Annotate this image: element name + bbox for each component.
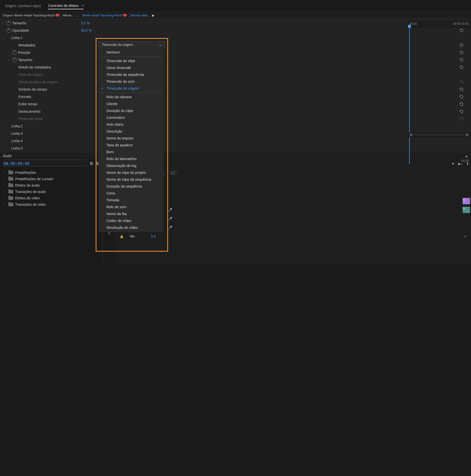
panel-menu-icon[interactable]: ≡ <box>82 4 84 8</box>
dropdown-item[interactable]: Rolo diário <box>99 121 164 128</box>
separator <box>99 56 164 57</box>
reset-icon[interactable] <box>459 109 464 113</box>
reset-icon[interactable] <box>459 95 464 99</box>
disclosure-icon[interactable]: › <box>2 125 6 128</box>
dropdown-item[interactable]: Cena <box>99 190 164 197</box>
track-v2[interactable]: 🔒 V2 ▭ 👁 <box>115 188 471 197</box>
metadados-dropdown[interactable]: Timecode da origem ⌄ <box>99 41 165 48</box>
stopwatch-icon[interactable] <box>12 50 17 55</box>
dropdown-item[interactable]: Taxa de quadros <box>99 142 164 149</box>
dropdown-item[interactable]: Rolo de som <box>99 204 164 210</box>
tab-effect-controls[interactable]: Controles de efeitos ≡ <box>48 2 84 9</box>
current-timecode[interactable]: 00:00:00:00 <box>0 159 33 168</box>
track-a2[interactable]: 🔒 A2 ▭ M S 🎤 <box>115 214 471 223</box>
reset-icon[interactable] <box>459 58 464 62</box>
track-v1[interactable]: 🔒 V1 ▭ 👁 fx <box>115 197 471 205</box>
dropdown-item[interactable]: Nome do clipe do projeto <box>99 169 164 176</box>
disclosure-icon[interactable]: › <box>3 171 6 174</box>
disclosure-icon[interactable]: › <box>8 58 12 61</box>
zoom-handle-right[interactable] <box>466 133 469 136</box>
disclosure-collapse-icon[interactable]: ⌄ <box>2 36 6 39</box>
folder-label: Transições de vídeo <box>15 203 46 206</box>
prop-opacidade-value[interactable]: 40.0 % <box>81 29 92 33</box>
disclosure-icon[interactable]: › <box>3 203 6 206</box>
reset-icon[interactable] <box>459 87 464 91</box>
disclosure-icon[interactable]: › <box>3 190 6 193</box>
stopwatch-icon[interactable] <box>6 28 11 33</box>
reset-icon[interactable] <box>459 65 464 69</box>
dropdown-item[interactable]: Rolo da câmera <box>99 94 164 101</box>
prop-tamanho-value[interactable]: 3.2 % <box>81 21 90 25</box>
export-icon[interactable]: ⬆ <box>466 162 469 166</box>
zoom-track[interactable] <box>414 134 465 135</box>
dropdown-item-selected[interactable]: Timecode da origem <box>99 85 164 92</box>
disclosure-icon[interactable]: › <box>2 139 6 142</box>
stopwatch-icon[interactable] <box>6 21 11 25</box>
dropdown-item[interactable]: Nome do arquivo <box>99 135 164 142</box>
expand-icon[interactable]: ⤢ <box>464 235 467 238</box>
reset-icon[interactable] <box>459 51 464 54</box>
audio-clip[interactable]: fx <box>463 207 470 213</box>
video-clip[interactable]: fx <box>463 198 470 204</box>
chevron-down-icon[interactable]: ⌄ <box>76 14 79 17</box>
panel-tabs: Origem: (nenhum clipe) Controles de efei… <box>0 0 471 12</box>
dropdown-item[interactable]: Cliente <box>99 101 164 107</box>
disclosure-icon[interactable]: › <box>2 29 6 32</box>
folder-label: Efeitos de vídeo <box>15 196 40 200</box>
filter-icon[interactable]: ▼ <box>451 162 455 166</box>
mic-icon[interactable]: 🎤 <box>168 217 172 221</box>
dropdown-item[interactable]: Timecode do clipe <box>99 57 164 64</box>
audio-section[interactable]: Áudio ▲ <box>0 153 471 159</box>
dropdown-item[interactable]: Bom <box>99 149 164 155</box>
dropdown-item[interactable]: Comentário <box>99 114 164 121</box>
mic-icon[interactable]: 🎤 <box>168 208 172 212</box>
folder-video-trans[interactable]: ›Transições de vídeo <box>0 201 103 208</box>
reset-icon <box>459 80 464 84</box>
dropdown-item[interactable]: Duração do clipe <box>99 107 164 114</box>
reset-icon[interactable] <box>459 29 464 33</box>
dropdown-item[interactable]: Descrição <box>99 128 164 135</box>
mic-icon[interactable]: 🎤 <box>168 226 172 230</box>
prop-linha2: Linha 2 <box>11 124 80 128</box>
dropdown-item[interactable]: Timecode do som <box>99 78 164 85</box>
sequence-clip-name[interactable]: Berlin-Heart-Touching-Word-❤️-_-Money-He… <box>82 14 150 17</box>
disclosure-icon[interactable]: › <box>3 197 6 200</box>
dropdown-item[interactable]: Timecode da sequência <box>99 71 164 78</box>
disclosure-icon[interactable]: › <box>2 22 6 25</box>
folder-audio-fx[interactable]: ›Efeitos de áudio <box>0 182 103 188</box>
dropdown-item[interactable]: Observação de log <box>99 162 164 169</box>
dropdown-item-nenhum[interactable]: Nenhum <box>99 49 164 56</box>
dropdown-item[interactable]: Rolo do laboratório <box>99 155 164 162</box>
dropdown-item[interactable]: Nome da fita <box>99 210 164 217</box>
collapse-icon[interactable]: ▲ <box>465 154 468 158</box>
folder-presets[interactable]: ›Predefinições <box>0 170 103 176</box>
track-v3[interactable]: 🔒 V3 ▭ 👁 <box>115 179 471 188</box>
disclosure-icon[interactable]: › <box>3 184 6 187</box>
dropdown-item[interactable]: Tomada <box>99 197 164 204</box>
dropdown-item[interactable]: Duração da sequência <box>99 183 164 190</box>
folder-audio-trans[interactable]: ›Transições de áudio <box>0 188 103 195</box>
track-mix[interactable]: 🔒 Mix 0.0 ⤢ <box>115 232 471 241</box>
dropdown-item[interactable]: Codec de vídeo <box>99 217 164 224</box>
reset-icon[interactable] <box>459 43 464 47</box>
dropdown-item[interactable]: Resolução do vídeo <box>99 224 164 231</box>
disclosure-icon[interactable]: › <box>2 147 6 150</box>
dropdown-item[interactable]: Gerar timecode <box>99 64 164 71</box>
play-icon[interactable]: ▶ <box>152 14 155 17</box>
track-a3[interactable]: 🔒 A3 ▭ M S 🎤 <box>115 223 471 232</box>
master-clip-name[interactable]: Berlin-Heart-Touching-Word-❤️-_-Mone... <box>15 14 74 17</box>
track-a1[interactable]: 🔒 A1 ▭ M S 🎤 fx <box>115 205 471 214</box>
stopwatch-icon[interactable] <box>12 58 17 62</box>
folder-lumetri[interactable]: ›Predefinições de Lumetri <box>0 176 103 182</box>
dropdown-item[interactable]: Nome do clipe da sequência <box>99 176 164 183</box>
folder-video-fx[interactable]: ›Efeitos de vídeo <box>0 195 103 201</box>
reset-icon[interactable] <box>459 102 464 106</box>
disclosure-icon[interactable]: › <box>2 132 6 135</box>
zoom-handle-left[interactable] <box>410 133 413 136</box>
play-only-icon[interactable]: ▶♪ <box>458 162 463 166</box>
tab-source[interactable]: Origem: (nenhum clipe) <box>5 3 41 9</box>
effect-controls-panel: Origem • Berlin-Heart-Touching-Word-❤️-_… <box>0 12 471 147</box>
zoom-scrollbar[interactable] <box>407 132 471 137</box>
cc-icon[interactable]: CC <box>170 171 177 174</box>
disclosure-icon[interactable]: › <box>3 177 6 180</box>
